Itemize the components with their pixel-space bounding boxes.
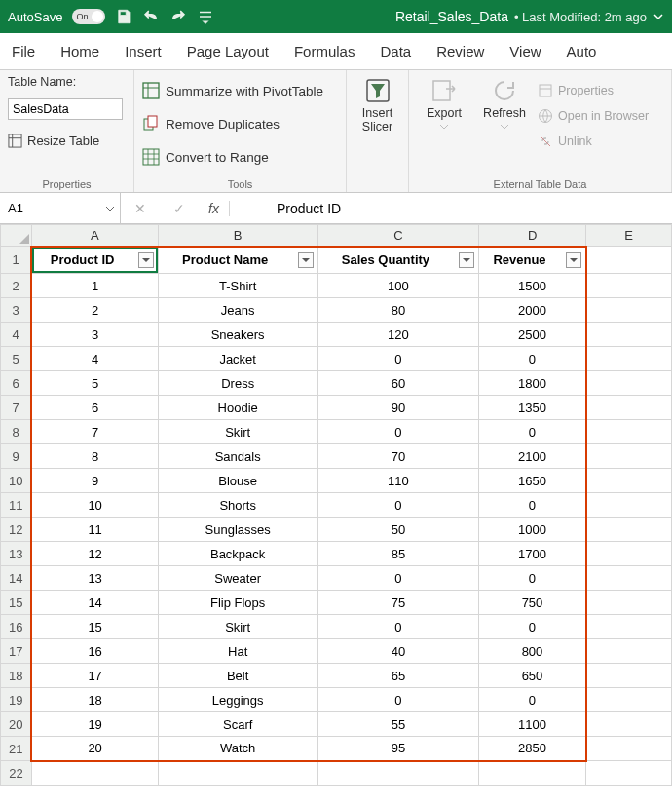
row-header[interactable]: 20 [1, 712, 32, 737]
cell[interactable]: 19 [31, 712, 158, 737]
qat-more-icon[interactable] [197, 8, 214, 25]
table-header-cell[interactable]: Product Name [158, 247, 317, 274]
cell[interactable]: Hat [158, 639, 317, 664]
cell[interactable]: 75 [317, 591, 479, 615]
cell[interactable]: Jacket [158, 347, 317, 371]
cell[interactable]: 1000 [479, 518, 586, 542]
cell[interactable]: Skirt [158, 615, 317, 639]
row-header[interactable]: 11 [1, 493, 32, 518]
row-header[interactable]: 5 [1, 347, 32, 371]
cell[interactable]: 60 [317, 371, 479, 396]
cell[interactable]: 13 [31, 566, 158, 591]
row-header[interactable]: 15 [1, 591, 32, 615]
cell[interactable]: 1700 [479, 542, 586, 566]
cell[interactable] [479, 761, 586, 786]
tab-home[interactable]: Home [60, 39, 99, 63]
tab-review[interactable]: Review [436, 39, 484, 63]
cell[interactable]: 90 [317, 396, 479, 420]
cell[interactable]: Flip Flops [158, 591, 317, 615]
cell[interactable] [586, 542, 672, 566]
cell[interactable]: 110 [317, 469, 479, 493]
table-name-input[interactable] [8, 98, 123, 120]
cell[interactable]: 40 [317, 639, 479, 664]
column-header-A[interactable]: A [31, 225, 158, 247]
cell[interactable]: Backpack [158, 542, 317, 566]
enter-icon[interactable]: ✓ [160, 201, 199, 216]
cell[interactable] [586, 371, 672, 396]
cell[interactable]: 11 [31, 518, 158, 542]
tab-file[interactable]: File [12, 39, 35, 63]
cell[interactable]: 0 [317, 615, 479, 639]
cell[interactable]: Sunglasses [158, 518, 317, 542]
column-header-B[interactable]: B [158, 225, 317, 247]
cell[interactable]: Scarf [158, 712, 317, 737]
cell[interactable]: 55 [317, 712, 479, 737]
cell[interactable] [586, 761, 672, 786]
name-box[interactable]: A1 [0, 193, 121, 223]
row-header[interactable]: 14 [1, 566, 32, 591]
column-header-C[interactable]: C [317, 225, 479, 247]
row-header[interactable]: 9 [1, 444, 32, 469]
cell[interactable] [586, 615, 672, 639]
cell[interactable] [586, 274, 672, 298]
cell[interactable]: 1350 [479, 396, 586, 420]
column-header-D[interactable]: D [479, 225, 586, 247]
cell[interactable] [586, 298, 672, 323]
fx-icon[interactable]: fx [199, 201, 230, 216]
cell[interactable]: 100 [317, 274, 479, 298]
cell[interactable]: T-Shirt [158, 274, 317, 298]
cell[interactable] [31, 761, 158, 786]
cell[interactable] [586, 591, 672, 615]
undo-icon[interactable] [142, 8, 160, 25]
summarize-pivot-button[interactable]: Summarize with PivotTable [142, 77, 338, 104]
cell[interactable]: 2100 [479, 444, 586, 469]
row-header[interactable]: 19 [1, 688, 32, 712]
row-header[interactable]: 21 [1, 737, 32, 761]
cell[interactable] [586, 323, 672, 347]
cell[interactable]: Leggings [158, 688, 317, 712]
row-header[interactable]: 7 [1, 396, 32, 420]
cell[interactable]: Skirt [158, 420, 317, 444]
cell[interactable] [586, 712, 672, 737]
cell[interactable] [317, 761, 479, 786]
cell[interactable]: Sweater [158, 566, 317, 591]
cell[interactable] [586, 688, 672, 712]
chevron-down-icon[interactable] [653, 11, 664, 22]
tab-page-layout[interactable]: Page Layout [187, 39, 269, 63]
cell[interactable] [586, 518, 672, 542]
cell[interactable] [586, 639, 672, 664]
cell[interactable]: Blouse [158, 469, 317, 493]
cell[interactable]: 15 [31, 615, 158, 639]
save-icon[interactable] [115, 8, 132, 25]
cell[interactable] [158, 761, 317, 786]
tab-formulas[interactable]: Formulas [294, 39, 355, 63]
cell[interactable]: 17 [31, 664, 158, 688]
filter-dropdown-icon[interactable] [138, 252, 154, 268]
cell[interactable]: Belt [158, 664, 317, 688]
cell[interactable]: 1800 [479, 371, 586, 396]
cell[interactable]: 0 [317, 347, 479, 371]
filter-dropdown-icon[interactable] [298, 252, 314, 268]
resize-table-button[interactable]: Resize Table [8, 134, 126, 148]
filter-dropdown-icon[interactable] [459, 252, 474, 268]
tab-automate[interactable]: Auto [567, 39, 597, 63]
cell[interactable] [586, 493, 672, 518]
row-header[interactable]: 16 [1, 615, 32, 639]
cell[interactable]: 0 [479, 688, 586, 712]
cell[interactable]: 120 [317, 323, 479, 347]
cell[interactable]: Jeans [158, 298, 317, 323]
column-header-E[interactable]: E [586, 225, 672, 247]
cell[interactable]: 50 [317, 518, 479, 542]
row-header[interactable]: 12 [1, 518, 32, 542]
row-header[interactable]: 22 [1, 761, 32, 786]
cell[interactable]: 0 [317, 420, 479, 444]
row-header[interactable]: 3 [1, 298, 32, 323]
formula-input[interactable]: Product ID [267, 193, 672, 223]
tab-view[interactable]: View [509, 39, 541, 63]
table-header-cell[interactable]: Sales Quantity [317, 247, 479, 274]
cell[interactable]: 1500 [479, 274, 586, 298]
cell[interactable]: 6 [31, 396, 158, 420]
chevron-down-icon[interactable] [100, 204, 120, 213]
cell[interactable] [586, 737, 672, 761]
cell[interactable]: 1 [31, 274, 158, 298]
